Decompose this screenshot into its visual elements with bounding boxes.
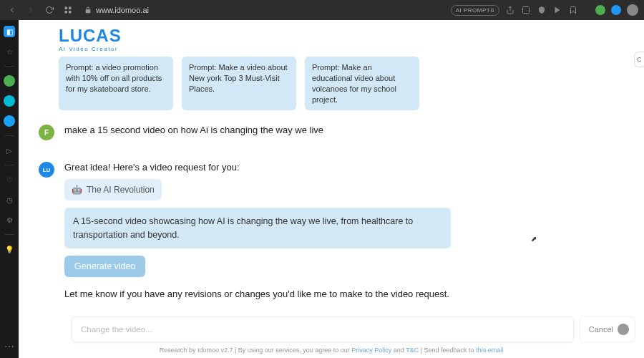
rail-heart[interactable]: ♡: [4, 174, 15, 185]
cancel-button[interactable]: Cancel: [580, 316, 635, 342]
nav-reload[interactable]: [43, 4, 56, 16]
user-message: make a 15 second video on how Ai is chan…: [64, 123, 604, 137]
rail-green[interactable]: [4, 75, 15, 87]
generate-button[interactable]: Generate video: [64, 256, 145, 277]
nav-apps[interactable]: [62, 4, 74, 16]
left-rail: ◧ ☆ ▷ ♡ ◷ ⚙ 💡 ⋯: [0, 20, 19, 358]
logo-sub: AI Video Creator: [59, 46, 644, 52]
status-dot-blue[interactable]: [611, 5, 621, 15]
svg-marker-6: [555, 7, 560, 14]
legal-footer: Research by Idomoo v2.7 | By using our s…: [19, 347, 644, 354]
app-area: LUCAS AI Video Creator Prompt: a video p…: [19, 20, 644, 358]
address-bar[interactable]: www.idomoo.ai: [84, 4, 149, 16]
play-icon[interactable]: [552, 5, 562, 15]
ai-prompts-pill[interactable]: AI PROMPTS: [451, 5, 499, 16]
svg-rect-2: [65, 11, 68, 14]
rail-twitter[interactable]: [4, 115, 15, 127]
suggestion-chip[interactable]: Prompt: a video promotion with 10% off o…: [59, 57, 173, 110]
rail-sep-2: [4, 135, 14, 136]
composer: Cancel: [72, 316, 635, 342]
rail-sep-4: [4, 234, 14, 235]
video-description: A 15-second video showcasing how AI is c…: [64, 208, 451, 249]
svg-rect-1: [69, 7, 72, 10]
browser-bar: www.idomoo.ai AI PROMPTS: [0, 0, 644, 20]
user-message-row: F make a 15 second video on how Ai is ch…: [19, 120, 644, 149]
bot-intro: Great idea! Here's a video request for y…: [64, 160, 604, 175]
suggestion-chip[interactable]: Prompt: Make a video about New york Top …: [182, 57, 296, 110]
bot-outro: Let me know if you have any revisions or…: [64, 287, 604, 301]
logo-text: LUCAS: [59, 27, 644, 44]
video-title: The AI Revolution: [87, 183, 155, 196]
suggestion-chips: Prompt: a video promotion with 10% off o…: [19, 57, 644, 120]
rail-sep: [4, 66, 14, 67]
loading-spinner-icon: [618, 324, 629, 335]
rail-sep-3: [4, 165, 14, 165]
video-title-pill[interactable]: 🤖 The AI Revolution: [64, 179, 162, 200]
collapsed-chip[interactable]: C: [634, 52, 644, 67]
extension-icon[interactable]: [521, 5, 531, 15]
url-text: www.idomoo.ai: [96, 6, 149, 14]
feedback-link[interactable]: this email: [476, 347, 503, 354]
shield-icon[interactable]: [537, 5, 547, 15]
svg-rect-5: [523, 7, 530, 14]
svg-rect-0: [65, 7, 68, 10]
tnc-link[interactable]: T&C: [406, 347, 419, 354]
privacy-link[interactable]: Privacy Policy: [351, 347, 391, 354]
profile-avatar[interactable]: [627, 4, 638, 16]
rail-teal[interactable]: [4, 95, 15, 107]
user-avatar: F: [39, 125, 54, 140]
svg-rect-3: [69, 11, 72, 14]
cancel-label: Cancel: [589, 325, 613, 334]
rail-home[interactable]: ◧: [4, 26, 15, 37]
bot-message: Great idea! Here's a video request for y…: [64, 160, 604, 301]
bookmark-icon[interactable]: [568, 5, 578, 15]
rail-more[interactable]: ⋯: [4, 341, 14, 352]
robot-icon: 🤖: [72, 183, 82, 196]
input-wrap[interactable]: [72, 316, 574, 342]
rail-clock[interactable]: ◷: [4, 194, 15, 205]
bot-message-row: LU Great idea! Here's a video request fo…: [19, 149, 644, 310]
rail-gear[interactable]: ⚙: [4, 214, 15, 226]
nav-forward: [24, 4, 37, 16]
logo: LUCAS AI Video Creator: [19, 20, 644, 57]
prompt-input[interactable]: [81, 325, 565, 334]
suggestion-chip[interactable]: Prompt: Make an educational video about …: [305, 57, 419, 110]
share-icon[interactable]: [505, 5, 515, 15]
rail-star[interactable]: ☆: [4, 46, 15, 57]
rail-play[interactable]: ▷: [4, 145, 15, 156]
lock-icon: [84, 4, 92, 16]
rail-bulb[interactable]: 💡: [4, 243, 15, 255]
nav-back[interactable]: [6, 4, 19, 16]
status-dot-green[interactable]: [595, 5, 605, 15]
bot-avatar: LU: [39, 162, 54, 178]
